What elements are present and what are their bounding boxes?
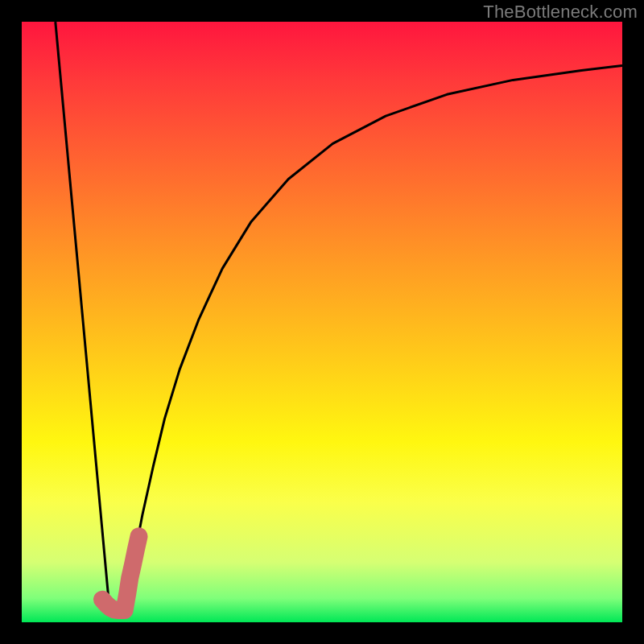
watermark-text: TheBottleneck.com xyxy=(483,2,638,23)
chart-frame: TheBottleneck.com xyxy=(0,0,644,644)
chart-svg xyxy=(22,22,622,622)
left-branch-line xyxy=(56,22,109,608)
highlight-hook xyxy=(102,536,139,610)
right-branch-line xyxy=(125,66,622,611)
plot-area xyxy=(22,22,622,622)
